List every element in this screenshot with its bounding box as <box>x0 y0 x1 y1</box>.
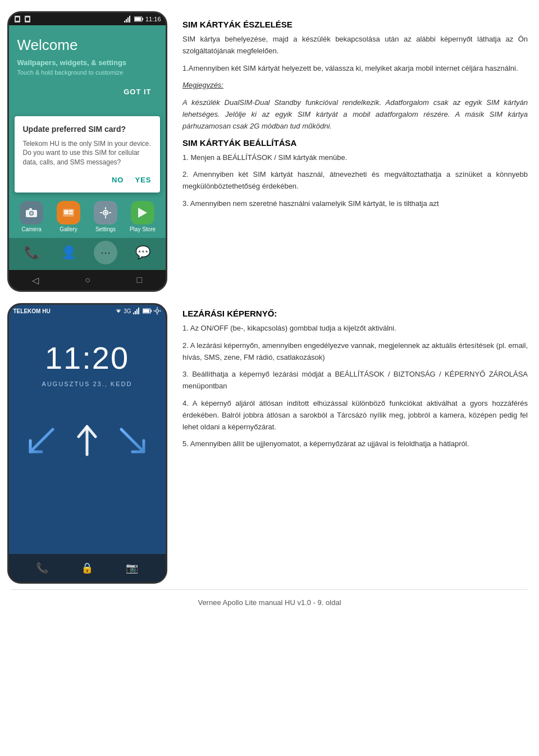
app-item-phone[interactable]: 📞 <box>15 241 49 264</box>
settings-icon <box>99 206 112 219</box>
status-left <box>13 15 31 23</box>
sim-settings-title: SIM KÁRTYÁK BEÁLLÍTÁSA <box>182 138 528 148</box>
sim-note-body: A készülék DualSIM-Dual Standby funkcióv… <box>182 97 528 132</box>
lock-time: 11:20 <box>45 340 129 376</box>
gallery-icon <box>62 207 75 218</box>
arrow-right-diagonal <box>116 424 149 457</box>
svg-rect-37 <box>159 310 161 311</box>
arrow-up-center <box>73 421 101 460</box>
welcome-bg: Welcome Wallpapers, widgets, & settings … <box>9 25 166 116</box>
welcome-title: Welcome <box>17 36 157 54</box>
sim-detection-title: SIM KÁRTYÁK ÉSZLELÉSE <box>182 20 528 29</box>
svg-rect-24 <box>109 212 111 213</box>
lock-screen-body: 11:20 AUGUSZTUS 23., KEDD <box>9 317 166 554</box>
settings-app-label: Settings <box>95 226 116 232</box>
lock-date: AUGUSZTUS 23., KEDD <box>42 381 133 387</box>
battery-icon-bottom <box>143 308 152 314</box>
page-container: 11:16 Welcome Wallpapers, widgets, & set… <box>0 0 539 756</box>
lock-arrows-area <box>17 421 157 460</box>
gallery-app-icon <box>57 201 80 224</box>
welcome-hint: Touch & hold background to customize <box>17 69 157 76</box>
svg-rect-3 <box>26 17 29 21</box>
lock-para4: 4. A képernyő aljáról átlósan indított e… <box>182 398 528 433</box>
svg-marker-25 <box>138 208 147 218</box>
signal-icon <box>124 16 132 22</box>
svg-rect-34 <box>157 308 158 309</box>
camera-icon <box>25 207 38 218</box>
app-item-dots[interactable]: ⋯ <box>89 241 123 264</box>
gear-icon <box>153 307 161 315</box>
camera-lock-icon: 📷 <box>126 562 138 574</box>
camera-app-icon <box>20 201 43 224</box>
footer-text: Vernee Apollo Lite manual HU v1.0 - 9. o… <box>198 598 341 607</box>
svg-rect-10 <box>135 17 141 21</box>
app-item-playstore[interactable]: Play Store <box>126 201 160 232</box>
app-item-settings[interactable]: Settings <box>89 201 123 232</box>
lock-para2: 2. A lezárási képernyőn, amennyiben enge… <box>182 340 528 364</box>
signal-icon-bottom <box>133 308 141 314</box>
svg-rect-23 <box>100 212 102 213</box>
messages-app-icon: 💬 <box>131 241 154 264</box>
sim-step3: 3. Amennyiben nem szeretné használni val… <box>182 198 528 210</box>
phone-frame-bottom: TELEKOM HU 3G <box>7 303 167 584</box>
app-item-camera[interactable]: Camera <box>15 201 49 232</box>
recents-nav-icon[interactable]: □ <box>137 275 143 285</box>
status-bar-top: 11:16 <box>9 13 166 25</box>
sim-detection-para1: SIM kártya behelyezése, majd a készülék … <box>182 34 528 57</box>
status-icons-right: 3G <box>115 307 161 315</box>
contacts-app-icon: 👤 <box>57 241 80 264</box>
svg-rect-31 <box>150 310 152 312</box>
svg-rect-29 <box>138 308 139 314</box>
got-it-button[interactable]: GOT IT <box>118 84 157 99</box>
svg-point-33 <box>156 310 158 313</box>
dialog-body: Telekom HU is the only SIM in your devic… <box>23 139 152 167</box>
sim-dialog: Update preferred SIM card? Telekom HU is… <box>15 116 160 193</box>
dots-icon: ⋯ <box>94 241 117 264</box>
lock-para3: 3. Beállíthatja a képernyő lezárási módj… <box>182 369 528 392</box>
svg-rect-32 <box>143 309 149 313</box>
sim-step2: 2. Amennyiben két SIM kártyát használ, á… <box>182 169 528 193</box>
back-nav-icon[interactable]: ◁ <box>32 275 39 286</box>
lock-para5: 5. Amennyiben állít be ujjlenyomatot, a … <box>182 438 528 450</box>
svg-rect-1 <box>16 17 19 21</box>
arrow-left-diagonal <box>25 424 58 457</box>
svg-rect-27 <box>135 311 136 314</box>
svg-rect-14 <box>29 208 32 210</box>
lock-bottom-bar: 📞 🔒 📷 <box>9 554 166 582</box>
svg-rect-16 <box>64 210 68 214</box>
settings-app-icon <box>94 201 117 224</box>
app-item-messages[interactable]: 💬 <box>126 241 160 264</box>
phone-lock-icon: 📞 <box>36 562 48 574</box>
app-item-contacts[interactable]: 👤 <box>52 241 86 264</box>
dialog-yes-button[interactable]: YES <box>135 176 151 184</box>
phone-frame-top: 11:16 Welcome Wallpapers, widgets, & set… <box>7 11 167 292</box>
sim-note-label: Megjegyzés: <box>182 80 528 91</box>
home-nav-icon[interactable]: ○ <box>85 275 90 285</box>
lock-para1: 1. Az ON/OFF (be-, kikapcsolás) gombbal … <box>182 323 528 335</box>
top-section: 11:16 Welcome Wallpapers, widgets, & set… <box>0 0 539 297</box>
dialog-buttons: NO YES <box>23 176 152 184</box>
welcome-subtitle: Wallpapers, widgets, & settings <box>17 58 157 67</box>
svg-line-40 <box>121 429 144 452</box>
network-type: 3G <box>124 308 131 314</box>
svg-rect-28 <box>136 309 138 314</box>
sim2-icon <box>24 15 31 23</box>
right-content-top: SIM KÁRTYÁK ÉSZLELÉSE SIM kártya behelye… <box>174 11 539 292</box>
svg-rect-18 <box>69 213 73 214</box>
svg-rect-26 <box>133 313 134 314</box>
phone-mockup-top: 11:16 Welcome Wallpapers, widgets, & set… <box>0 11 174 292</box>
lock-icon: 🔒 <box>81 562 93 574</box>
dialog-no-button[interactable]: NO <box>112 176 124 184</box>
battery-icon-top <box>134 16 143 22</box>
app-grid-2: 📞 👤 ⋯ 💬 <box>9 238 166 270</box>
svg-rect-17 <box>69 210 73 212</box>
sim-icon <box>13 15 21 23</box>
camera-app-label: Camera <box>21 226 42 232</box>
status-bar-bottom: TELEKOM HU 3G <box>9 305 166 317</box>
lock-screen-title: LEZÁRÁSI KÉPERNYŐ: <box>182 309 528 318</box>
page-footer: Vernee Apollo Lite manual HU v1.0 - 9. o… <box>11 589 528 612</box>
playstore-app-icon <box>131 201 154 224</box>
app-item-gallery[interactable]: Gallery <box>52 201 86 232</box>
carrier-label: TELEKOM HU <box>13 308 51 314</box>
right-content-bottom: LEZÁRÁSI KÉPERNYŐ: 1. Az ON/OFF (be-, ki… <box>174 303 539 584</box>
